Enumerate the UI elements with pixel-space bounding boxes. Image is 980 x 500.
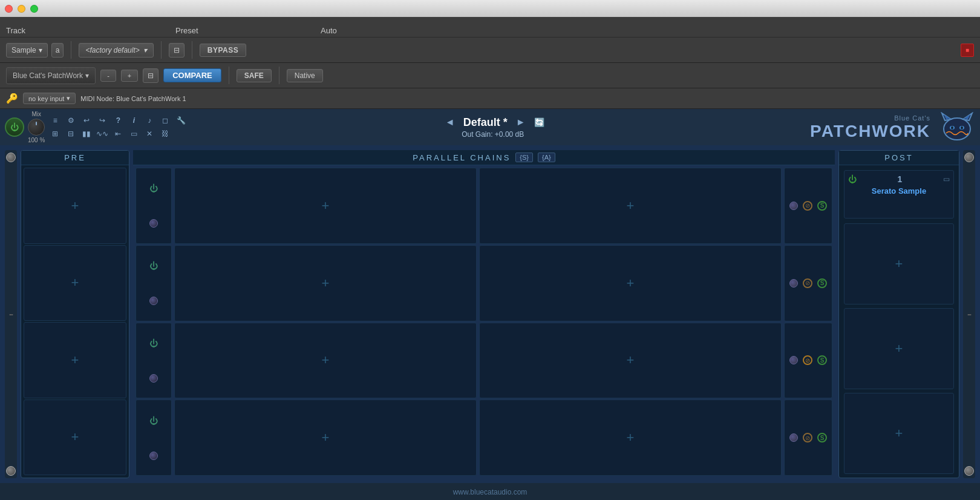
right-ctrl-4[interactable]: ⊘ S xyxy=(784,400,832,476)
undo-icon-button[interactable]: ↩ xyxy=(80,115,93,126)
bars-icon-button[interactable]: ▮▮ xyxy=(80,128,93,139)
pre-slot-3[interactable]: + xyxy=(24,322,126,398)
left-side-strip: ••• xyxy=(5,150,17,478)
mix-knob[interactable] xyxy=(28,119,45,136)
parallel-ctrl-1[interactable]: ⏻ xyxy=(136,168,172,244)
plus-button[interactable]: + xyxy=(121,70,138,82)
plugin-name-dropdown[interactable]: Blue Cat's PatchWork ▾ xyxy=(6,67,96,84)
power-icon-2: ⏻ xyxy=(149,261,158,271)
info-icon-button[interactable]: i xyxy=(127,115,140,126)
grid1-icon-button[interactable]: ⊞ xyxy=(48,128,62,139)
pre-slot-4[interactable]: + xyxy=(24,400,126,476)
redo-icon-button[interactable]: ↪ xyxy=(96,115,109,126)
preset-sync-button[interactable]: 🔄 xyxy=(534,117,544,127)
pchain-2-slot-3[interactable]: + xyxy=(479,323,782,399)
x-icon-button[interactable]: ✕ xyxy=(143,128,156,139)
red-record-button[interactable]: ■ xyxy=(961,44,974,57)
parallel-ctrl-2[interactable]: ⏻ xyxy=(136,245,172,321)
right-bottom-knob[interactable] xyxy=(964,466,974,476)
right-knob-1[interactable] xyxy=(789,202,798,210)
preset-prev-button[interactable]: ◄ xyxy=(442,116,459,129)
auto-icon-button[interactable]: ⊟ xyxy=(169,43,185,58)
plugin-window: Track Preset Auto Sample ▾ a <factory de… xyxy=(0,17,980,500)
gear-icon-button[interactable]: ⚙ xyxy=(64,115,77,126)
pchain-2-slot-4[interactable]: + xyxy=(479,400,782,476)
pchain-1-slot-1[interactable]: + xyxy=(174,168,477,244)
left-dots: ••• xyxy=(9,312,12,317)
pchain-1-slot-2[interactable]: + xyxy=(174,245,477,321)
plugin-power-button[interactable]: ⏻ xyxy=(5,117,24,137)
grid2-icon-button[interactable]: ⊟ xyxy=(64,128,77,139)
right-knob-3[interactable] xyxy=(789,356,798,364)
a-button[interactable]: a xyxy=(51,43,64,58)
safe-button[interactable]: SAFE xyxy=(237,69,272,82)
title-bar xyxy=(0,0,980,17)
wrench-icon-button[interactable]: 🔧 xyxy=(174,115,188,126)
right-ctrl-2[interactable]: ⊘ S xyxy=(784,245,832,321)
pre-slot-1[interactable]: + xyxy=(24,168,126,244)
bypass-button[interactable]: BYPASS xyxy=(200,44,246,57)
minimize-button[interactable] xyxy=(18,5,25,13)
native-button[interactable]: Native xyxy=(287,69,323,82)
parallel-ctrl-3[interactable]: ⏻ xyxy=(136,323,172,399)
post-serato-slot[interactable]: ⏻ 1 ▭ Serato Sample xyxy=(844,170,954,219)
preset-dropdown[interactable]: <factory default> ▾ xyxy=(79,43,153,58)
s-circle-3[interactable]: S xyxy=(817,355,827,365)
pchain-1-slot-3[interactable]: + xyxy=(174,323,477,399)
post-empty-slot-3[interactable]: + xyxy=(844,308,954,389)
chain-icon: ⛓ xyxy=(162,130,169,138)
track-label: Track xyxy=(6,26,25,35)
s-button[interactable]: {S} xyxy=(515,153,533,162)
right-knob-4[interactable] xyxy=(789,433,798,442)
bypass-circle-1[interactable]: ⊘ xyxy=(803,201,812,211)
knob-4[interactable] xyxy=(149,452,158,460)
right-knob-2[interactable] xyxy=(789,279,798,288)
knob-1[interactable] xyxy=(149,219,158,228)
chain-icon-button[interactable]: ⛓ xyxy=(158,128,172,139)
knob-3[interactable] xyxy=(149,374,158,383)
plugin-main-area: ⏻ Mix 100 % ≡ ⚙ ↩ ↪ ? i ♪ ◻ 🔧 xyxy=(0,109,980,500)
note-icon-button[interactable]: ♪ xyxy=(143,115,156,126)
left-top-knob[interactable] xyxy=(6,153,16,162)
compare-button[interactable]: COMPARE xyxy=(163,68,221,82)
logo-small-text: Blue Cat's xyxy=(894,114,930,122)
list-icon-button[interactable]: ≡ xyxy=(48,115,62,126)
rect-icon-button[interactable]: ▭ xyxy=(127,128,140,139)
parallel-chain-right-controls: ⊘ S ⊘ S ⊘ S xyxy=(784,168,832,476)
key-input-arrow: ▾ xyxy=(67,94,70,102)
wave-icon-button[interactable]: ∿∿ xyxy=(96,128,109,139)
bypass-circle-2[interactable]: ⊘ xyxy=(803,278,812,288)
s-circle-2[interactable]: S xyxy=(817,278,827,288)
maximize-button[interactable] xyxy=(30,5,38,13)
post-empty-slot-4[interactable]: + xyxy=(844,393,954,474)
pchain-1-slot-4[interactable]: + xyxy=(174,400,477,476)
close-button[interactable] xyxy=(5,5,13,13)
post-empty-slot-2[interactable]: + xyxy=(844,223,954,304)
bypass-circle-3[interactable]: ⊘ xyxy=(803,355,812,365)
help-icon-button[interactable]: ? xyxy=(111,115,125,126)
s-circle-1[interactable]: S xyxy=(817,201,827,211)
logo-large-text: PATCHWORK xyxy=(810,123,930,140)
key-input-dropdown[interactable]: no key input ▾ xyxy=(23,93,76,104)
back-icon-button[interactable]: ⇤ xyxy=(111,128,125,139)
parallel-ctrl-4[interactable]: ⏻ xyxy=(136,400,172,476)
right-ctrl-3[interactable]: ⊘ S xyxy=(784,323,832,399)
right-ctrl-1[interactable]: ⊘ S xyxy=(784,168,832,244)
record-icon: ■ xyxy=(965,47,969,53)
pre-slot-2[interactable]: + xyxy=(24,245,126,321)
right-top-knob[interactable] xyxy=(964,153,974,162)
copy-icon-button[interactable]: ⊟ xyxy=(143,68,158,83)
s-circle-4[interactable]: S xyxy=(817,433,827,442)
left-bottom-knob[interactable] xyxy=(6,466,16,476)
minus-button[interactable]: - xyxy=(100,70,116,82)
wave-icon: ∿∿ xyxy=(96,130,108,138)
pchain-2-slot-2[interactable]: + xyxy=(479,245,782,321)
a-parallel-button[interactable]: {A} xyxy=(538,153,555,162)
square-icon-button[interactable]: ◻ xyxy=(158,115,172,126)
knob-2[interactable] xyxy=(149,297,158,305)
pchain-2-slot-1[interactable]: + xyxy=(479,168,782,244)
parallel-header: PARALLEL CHAINS {S} {A} xyxy=(133,150,835,165)
preset-next-button[interactable]: ► xyxy=(512,116,529,129)
bypass-circle-4[interactable]: ⊘ xyxy=(803,433,812,442)
track-dropdown[interactable]: Sample ▾ xyxy=(6,43,48,58)
